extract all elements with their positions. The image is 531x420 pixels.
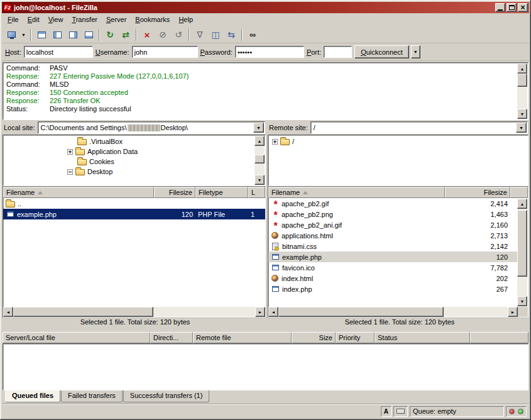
expand-icon[interactable] xyxy=(272,139,278,145)
queue-status-text: Queue: empty xyxy=(413,407,456,415)
tree-item-root[interactable]: / xyxy=(268,136,517,146)
menu-help[interactable]: Help xyxy=(174,13,197,26)
title-bar[interactable]: Fz john@localhost - FileZilla × xyxy=(2,2,529,13)
scroll-left-button[interactable]: ◄ xyxy=(268,307,278,317)
tree-item-label: Application Data xyxy=(87,148,138,155)
collapse-icon[interactable] xyxy=(67,169,73,175)
toggle-message-log-button[interactable] xyxy=(34,28,49,42)
scroll-down-button[interactable]: ▼ xyxy=(517,109,527,119)
disconnect-button[interactable]: ⊘ xyxy=(155,28,170,42)
file-row[interactable]: apache_pb2.gif2,414 xyxy=(268,198,518,209)
folder-icon xyxy=(6,201,15,207)
column-header-last-modified[interactable]: L xyxy=(248,187,265,198)
file-row[interactable]: index.html202 xyxy=(268,273,518,284)
menu-transfer[interactable]: Transfer xyxy=(67,13,102,26)
menu-file[interactable]: File xyxy=(3,13,23,26)
directory-compare-button[interactable]: ◫ xyxy=(208,28,223,42)
toggle-local-tree-button[interactable] xyxy=(50,28,65,42)
tree-item-desktop[interactable]: Desktop xyxy=(3,167,255,177)
process-queue-button[interactable]: ⇄ xyxy=(118,28,133,42)
file-row[interactable]: favicon.ico7,782 xyxy=(268,262,518,273)
file-row[interactable]: bitnami.css2,142 xyxy=(268,241,518,251)
scroll-up-button[interactable]: ▲ xyxy=(517,64,527,74)
refresh-button[interactable]: ↻ xyxy=(102,28,118,42)
site-manager-button[interactable] xyxy=(4,28,19,42)
password-input[interactable] xyxy=(235,46,304,58)
quickconnect-button[interactable]: Quickconnect xyxy=(354,45,409,58)
scroll-right-button[interactable]: ► xyxy=(255,307,265,317)
filter-button[interactable]: ∇ xyxy=(192,28,207,42)
scroll-track[interactable] xyxy=(517,209,527,296)
log-scrollbar[interactable]: ▲ ▼ xyxy=(517,64,527,119)
scroll-track[interactable] xyxy=(278,307,508,317)
column-header-filesize[interactable]: Filesize xyxy=(154,187,195,198)
scroll-thumb[interactable] xyxy=(517,210,527,277)
port-input[interactable] xyxy=(324,46,352,58)
scroll-track[interactable] xyxy=(13,307,255,317)
remote-list-hscrollbar[interactable]: ◄ ► xyxy=(268,307,528,317)
column-header-filetype[interactable]: Filetype xyxy=(195,187,248,198)
scroll-thumb[interactable] xyxy=(278,307,444,317)
window-close-button[interactable]: × xyxy=(518,3,528,12)
tab-queued-files[interactable]: Queued files xyxy=(5,390,60,402)
scroll-up-button[interactable]: ▲ xyxy=(255,136,265,146)
tab-failed-transfers[interactable]: Failed transfers xyxy=(61,390,123,402)
file-row-example-php-selected[interactable]: example.php120 xyxy=(268,251,518,262)
column-header-filesize[interactable]: Filesize xyxy=(445,187,510,198)
file-row-parent-dir[interactable]: .. xyxy=(3,198,265,209)
file-row[interactable]: applications.html2,713 xyxy=(268,230,518,241)
scroll-thumb[interactable] xyxy=(255,155,265,163)
toggle-queue-button[interactable] xyxy=(81,28,96,42)
menu-bookmarks[interactable]: Bookmarks xyxy=(131,13,174,26)
column-header-filename[interactable]: Filename xyxy=(268,187,445,198)
column-header-priority[interactable]: Priority xyxy=(336,332,375,343)
local-list-hscrollbar[interactable]: ◄ ► xyxy=(3,307,265,317)
local-path-dropdown-button[interactable]: ▼ xyxy=(253,123,264,133)
column-header-server-local-file[interactable]: Server/Local file xyxy=(3,332,150,343)
username-input[interactable] xyxy=(132,46,198,58)
scroll-down-button[interactable]: ▼ xyxy=(517,296,527,306)
column-header-status[interactable]: Status xyxy=(375,332,470,343)
toggle-remote-tree-button[interactable] xyxy=(65,28,80,42)
column-header-filename[interactable]: Filename xyxy=(3,187,154,198)
window-maximize-button[interactable] xyxy=(506,3,517,12)
remote-list-vscrollbar[interactable]: ▲ ▼ xyxy=(517,199,527,306)
column-header-size[interactable]: Size xyxy=(292,332,336,343)
tree-item-cookies[interactable]: Cookies xyxy=(3,157,255,167)
file-row-example-php-selected[interactable]: example.php 120 PHP File 1 xyxy=(3,209,265,219)
scroll-track[interactable] xyxy=(517,74,527,109)
queue-list-empty[interactable] xyxy=(3,343,528,390)
scroll-right-button[interactable]: ► xyxy=(508,307,518,317)
scroll-up-button[interactable]: ▲ xyxy=(517,199,527,209)
file-row[interactable]: apache_pb2.png1,463 xyxy=(268,209,518,219)
local-path-combo[interactable]: C:\Documents and Settings\Desktop\ ▼ xyxy=(38,121,265,134)
column-header-remote-file[interactable]: Remote file xyxy=(193,332,292,343)
tree-item-virtualbox[interactable]: .VirtualBox xyxy=(3,136,255,146)
column-header-direction[interactable]: Directi... xyxy=(150,332,193,343)
quickconnect-dropdown-button[interactable]: ▼ xyxy=(411,45,420,58)
menu-edit[interactable]: Edit xyxy=(23,13,44,26)
expand-icon[interactable] xyxy=(67,149,73,155)
scroll-track[interactable] xyxy=(255,146,265,175)
menu-server[interactable]: Server xyxy=(102,13,131,26)
remote-path-combo[interactable]: / ▼ xyxy=(310,121,528,134)
scroll-left-button[interactable]: ◄ xyxy=(3,307,13,317)
window-minimize-button[interactable] xyxy=(495,3,505,12)
scroll-thumb[interactable] xyxy=(13,307,153,317)
tree-item-application-data[interactable]: Application Data xyxy=(3,146,255,157)
scroll-thumb[interactable] xyxy=(517,74,527,87)
host-input[interactable] xyxy=(24,46,93,58)
scroll-down-button[interactable]: ▼ xyxy=(255,175,265,185)
file-row[interactable]: index.php267 xyxy=(268,284,518,294)
connection-indicator xyxy=(393,406,408,417)
site-manager-dropdown-button[interactable]: ▼ xyxy=(19,28,28,42)
local-tree-scrollbar[interactable]: ▲ ▼ xyxy=(255,136,265,185)
find-files-button[interactable]: ∞ xyxy=(245,28,260,42)
tab-successful-transfers[interactable]: Successful transfers (1) xyxy=(123,390,210,402)
menu-view[interactable]: View xyxy=(44,13,68,26)
file-row[interactable]: apache_pb2_ani.gif2,160 xyxy=(268,219,518,230)
sync-browsing-button[interactable]: ⇆ xyxy=(224,28,239,42)
remote-path-dropdown-button[interactable]: ▼ xyxy=(516,123,527,133)
reconnect-button[interactable]: ↺ xyxy=(171,28,186,42)
cancel-operation-button[interactable]: × xyxy=(140,28,155,42)
